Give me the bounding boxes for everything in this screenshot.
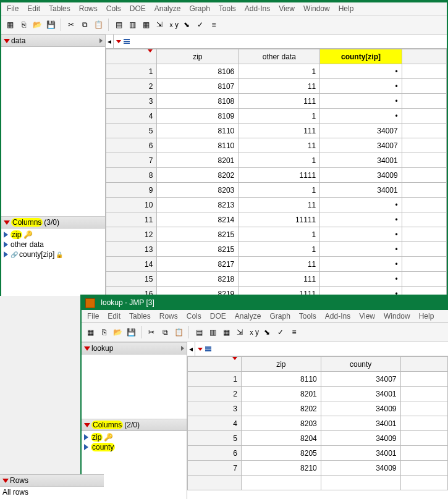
row-number[interactable]: 13 bbox=[106, 242, 157, 257]
row-number[interactable]: 3 bbox=[106, 94, 157, 109]
column-header[interactable]: zip bbox=[157, 49, 239, 64]
menu-rows[interactable]: Rows bbox=[75, 4, 102, 13]
cell[interactable]: 1 bbox=[239, 227, 320, 242]
cell[interactable]: 8110 bbox=[157, 124, 239, 138]
check-icon[interactable]: ✓ bbox=[274, 326, 287, 338]
cell[interactable]: 111 bbox=[239, 124, 320, 138]
column-header[interactable]: other data bbox=[239, 49, 320, 64]
menu-rows[interactable]: Rows bbox=[155, 312, 182, 321]
cell[interactable]: 8110 bbox=[157, 138, 239, 153]
cell[interactable]: • bbox=[320, 242, 402, 257]
chevron-right-icon[interactable] bbox=[181, 346, 184, 351]
column-header[interactable]: county[zip] bbox=[320, 49, 402, 64]
menu-cols[interactable]: Cols bbox=[102, 4, 125, 13]
menu-addins[interactable]: Add-Ins bbox=[240, 4, 274, 13]
cell[interactable]: 8110 bbox=[241, 372, 321, 387]
columns-panel-header[interactable]: Columns (3/0) bbox=[1, 216, 105, 229]
cell[interactable]: 8108 bbox=[157, 94, 239, 109]
row-number[interactable]: 7 bbox=[106, 153, 157, 168]
cell[interactable]: 8213 bbox=[157, 198, 239, 212]
cell[interactable]: 8210 bbox=[241, 461, 321, 476]
window-titlebar[interactable]: lookup - JMP [3] bbox=[82, 296, 448, 310]
row-number[interactable]: 4 bbox=[106, 109, 157, 124]
disclosure-icon[interactable] bbox=[84, 346, 90, 351]
menu-analyze[interactable]: Analyze bbox=[150, 4, 185, 13]
cell[interactable]: 11 bbox=[239, 198, 320, 212]
cell[interactable]: 8201 bbox=[157, 153, 239, 168]
cell[interactable]: 8217 bbox=[157, 257, 239, 272]
cell[interactable]: 34009 bbox=[320, 168, 402, 183]
cell[interactable]: 1111 bbox=[239, 168, 320, 183]
cell[interactable]: • bbox=[320, 227, 402, 242]
cell[interactable]: 34007 bbox=[321, 372, 400, 387]
fit-icon[interactable]: ⇲ bbox=[234, 326, 246, 338]
menu-graph[interactable]: Graph bbox=[265, 312, 294, 321]
row-number[interactable] bbox=[188, 476, 242, 490]
open-icon[interactable]: 📂 bbox=[31, 19, 43, 31]
chart-icon[interactable]: ⬊ bbox=[261, 326, 273, 338]
cell[interactable]: 34007 bbox=[320, 138, 402, 153]
disclosure-icon[interactable] bbox=[2, 479, 9, 483]
cell[interactable]: • bbox=[320, 79, 402, 94]
xy-icon[interactable]: ｘy bbox=[167, 19, 179, 31]
menu-icon[interactable]: ≡ bbox=[208, 19, 220, 31]
cut-icon[interactable]: ✂ bbox=[65, 19, 77, 31]
column-item[interactable]: other data bbox=[4, 240, 103, 250]
menu-icon[interactable]: ≡ bbox=[288, 326, 300, 338]
sheet-icon[interactable]: ▦ bbox=[4, 19, 16, 31]
cell[interactable]: 1 bbox=[239, 153, 320, 168]
fit-icon[interactable]: ⇲ bbox=[153, 19, 166, 31]
menu-graph[interactable]: Graph bbox=[185, 4, 214, 13]
cell[interactable]: 111 bbox=[239, 94, 320, 109]
open-icon[interactable]: 📂 bbox=[111, 326, 124, 338]
sheet-icon[interactable]: ▦ bbox=[84, 326, 96, 338]
cell[interactable]: 8203 bbox=[241, 416, 321, 431]
cell[interactable]: 34009 bbox=[321, 401, 400, 416]
cell[interactable]: 8202 bbox=[241, 401, 321, 416]
row-number[interactable]: 7 bbox=[188, 461, 242, 476]
cell[interactable]: 8106 bbox=[157, 64, 239, 79]
cell[interactable]: 34001 bbox=[320, 153, 402, 168]
row-number[interactable]: 1 bbox=[106, 64, 157, 79]
row-number[interactable]: 6 bbox=[188, 446, 242, 461]
cell[interactable]: 8109 bbox=[157, 109, 239, 124]
scroll-left-icon[interactable]: ◂ bbox=[106, 35, 114, 48]
cell[interactable]: • bbox=[320, 272, 402, 287]
cell[interactable]: • bbox=[320, 64, 402, 79]
columns-panel-header[interactable]: Columns (2/0) bbox=[82, 419, 187, 431]
disclosure-icon[interactable] bbox=[84, 423, 90, 427]
sort-icon[interactable] bbox=[124, 39, 130, 44]
row-number[interactable]: 12 bbox=[106, 227, 157, 242]
row-number[interactable]: 2 bbox=[106, 79, 157, 94]
cell[interactable]: • bbox=[320, 109, 402, 124]
menu-file[interactable]: File bbox=[83, 312, 103, 321]
row-number[interactable]: 5 bbox=[106, 124, 157, 138]
grid1-icon[interactable]: ▤ bbox=[112, 19, 125, 31]
cell[interactable]: 1 bbox=[239, 109, 320, 124]
menu-window[interactable]: Window bbox=[379, 312, 415, 321]
grid-menu-icon[interactable] bbox=[116, 40, 121, 43]
scroll-left-icon[interactable]: ◂ bbox=[187, 342, 195, 356]
cell[interactable]: 8215 bbox=[157, 227, 239, 242]
cell[interactable]: 34009 bbox=[321, 431, 400, 446]
menu-analyze[interactable]: Analyze bbox=[230, 312, 266, 321]
cell[interactable]: 11111 bbox=[239, 212, 320, 227]
cell[interactable]: 1 bbox=[239, 183, 320, 198]
cell[interactable]: 8201 bbox=[241, 387, 321, 401]
cell[interactable]: 8205 bbox=[241, 446, 321, 461]
menu-help[interactable]: Help bbox=[415, 312, 439, 321]
row-number[interactable]: 9 bbox=[106, 183, 157, 198]
copy-sheet-icon[interactable]: ⎘ bbox=[17, 19, 30, 31]
grid-corner[interactable] bbox=[106, 49, 157, 64]
chevron-right-icon[interactable] bbox=[99, 38, 103, 43]
cut-icon[interactable]: ✂ bbox=[145, 326, 158, 338]
menu-view[interactable]: View bbox=[355, 312, 379, 321]
rows-panel-header[interactable]: Rows bbox=[0, 475, 104, 487]
cell[interactable]: 34001 bbox=[320, 183, 402, 198]
menu-view[interactable]: View bbox=[274, 4, 299, 13]
paste-icon[interactable]: 📋 bbox=[172, 326, 185, 338]
column-header[interactable]: county bbox=[321, 357, 400, 372]
row-number[interactable]: 3 bbox=[188, 401, 242, 416]
menu-window[interactable]: Window bbox=[299, 4, 334, 13]
grid3-icon[interactable]: ▦ bbox=[140, 19, 152, 31]
